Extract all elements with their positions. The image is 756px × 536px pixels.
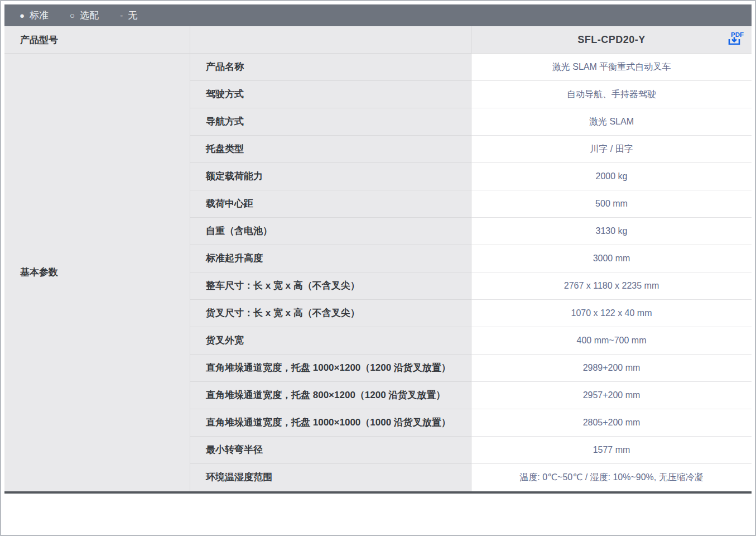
spec-value-cell: 2767 x 1180 x 2235 mm bbox=[471, 272, 752, 300]
model-header-cell: SFL-CPD20-Y PDF bbox=[471, 26, 752, 54]
group-label-basic-parameters: 基本参数 bbox=[4, 54, 190, 491]
model-name: SFL-CPD20-Y bbox=[577, 34, 646, 46]
spec-param-label: 整车尺寸：长 x 宽 x 高（不含叉尖） bbox=[206, 279, 360, 293]
legend-label-none: 无 bbox=[128, 9, 137, 22]
spec-value-cell: 2989+200 mm bbox=[471, 355, 752, 382]
spec-value: 2000 kg bbox=[596, 169, 628, 184]
spec-param-label: 额定载荷能力 bbox=[206, 169, 263, 184]
spec-value-cell: 激光 SLAM bbox=[471, 108, 752, 136]
spec-param-cell: 标准起升高度 bbox=[190, 245, 471, 272]
spec-param-cell: 货叉尺寸：长 x 宽 x 高（不含叉尖） bbox=[190, 300, 471, 327]
legend-bar: ● 标准 ○ 选配 - 无 bbox=[4, 4, 752, 26]
spec-value: 2805+200 mm bbox=[583, 415, 641, 430]
spec-param-label: 标准起升高度 bbox=[206, 251, 263, 266]
spec-param-cell: 驾驶方式 bbox=[190, 81, 471, 108]
spec-param-cell: 托盘类型 bbox=[190, 136, 471, 163]
spec-param-label: 最小转弯半径 bbox=[206, 443, 263, 457]
spec-page: ● 标准 ○ 选配 - 无 产品型号 SFL-CPD20-Y PDF bbox=[0, 0, 756, 536]
spec-param-cell: 导航方式 bbox=[190, 108, 471, 136]
legend-item-optional: ○ 选配 bbox=[70, 9, 99, 22]
product-model-header: 产品型号 bbox=[4, 26, 190, 54]
spec-value: 激光 SLAM bbox=[589, 114, 634, 129]
spec-param-label: 托盘类型 bbox=[206, 142, 244, 156]
pdf-download-icon: PDF bbox=[726, 31, 744, 49]
header-spacer-cell bbox=[190, 26, 471, 54]
spec-value-cell: 温度: 0℃~50℃ / 湿度: 10%~90%, 无压缩冷凝 bbox=[471, 464, 752, 491]
spec-value-cell: 激光 SLAM 平衡重式自动叉车 bbox=[471, 54, 752, 81]
spec-param-label: 环境温湿度范围 bbox=[206, 470, 272, 485]
legend-label-optional: 选配 bbox=[80, 9, 99, 22]
spec-param-cell: 载荷中心距 bbox=[190, 190, 471, 218]
spec-value: 激光 SLAM 平衡重式自动叉车 bbox=[552, 60, 671, 74]
pdf-download-button[interactable]: PDF bbox=[726, 31, 744, 48]
spec-param-label: 货叉尺寸：长 x 宽 x 高（不含叉尖） bbox=[206, 306, 360, 320]
spec-table: 产品型号 SFL-CPD20-Y PDF 基本参数 产品名称 激光 SLAM 平… bbox=[4, 26, 752, 491]
svg-text:PDF: PDF bbox=[731, 31, 744, 38]
spec-param-cell: 货叉外宽 bbox=[190, 327, 471, 355]
legend-item-standard: ● 标准 bbox=[20, 9, 49, 22]
spec-value: 1577 mm bbox=[593, 443, 630, 457]
spec-value-cell: 2805+200 mm bbox=[471, 409, 752, 437]
spec-param-label: 货叉外宽 bbox=[206, 333, 244, 348]
spec-param-cell: 直角堆垛通道宽度，托盘 800×1200（1200 沿货叉放置） bbox=[190, 382, 471, 409]
spec-value-cell: 500 mm bbox=[471, 190, 752, 218]
spec-value-cell: 400 mm~700 mm bbox=[471, 327, 752, 355]
spec-value-cell: 川字 / 田字 bbox=[471, 136, 752, 163]
dash-icon: - bbox=[120, 11, 123, 20]
filled-dot-icon: ● bbox=[20, 11, 25, 20]
spec-value: 2989+200 mm bbox=[583, 361, 641, 375]
spec-param-label: 直角堆垛通道宽度，托盘 1000×1200（1200 沿货叉放置） bbox=[206, 361, 451, 375]
spec-value: 川字 / 田字 bbox=[590, 142, 633, 156]
spec-param-cell: 整车尺寸：长 x 宽 x 高（不含叉尖） bbox=[190, 272, 471, 300]
spec-value: 2767 x 1180 x 2235 mm bbox=[564, 279, 659, 293]
table-bottom-edge bbox=[4, 491, 752, 494]
spec-param-label: 自重（含电池） bbox=[206, 224, 272, 238]
spec-value: 温度: 0℃~50℃ / 湿度: 10%~90%, 无压缩冷凝 bbox=[519, 470, 703, 485]
spec-param-cell: 产品名称 bbox=[190, 54, 471, 81]
spec-param-cell: 环境温湿度范围 bbox=[190, 464, 471, 491]
spec-value-cell: 1577 mm bbox=[471, 437, 752, 464]
spec-param-cell: 直角堆垛通道宽度，托盘 1000×1000（1000 沿货叉放置） bbox=[190, 409, 471, 437]
spec-param-label: 载荷中心距 bbox=[206, 197, 253, 211]
spec-value-cell: 2000 kg bbox=[471, 163, 752, 190]
spec-param-cell: 直角堆垛通道宽度，托盘 1000×1200（1200 沿货叉放置） bbox=[190, 355, 471, 382]
legend-item-none: - 无 bbox=[120, 9, 137, 22]
spec-value: 自动导航、手持器驾驶 bbox=[567, 87, 656, 102]
spec-value-cell: 1070 x 122 x 40 mm bbox=[471, 300, 752, 327]
spec-param-label: 产品名称 bbox=[206, 60, 244, 74]
spec-value: 500 mm bbox=[595, 197, 628, 211]
spec-value-cell: 3130 kg bbox=[471, 218, 752, 245]
spec-param-cell: 最小转弯半径 bbox=[190, 437, 471, 464]
spec-param-cell: 额定载荷能力 bbox=[190, 163, 471, 190]
spec-value-cell: 3000 mm bbox=[471, 245, 752, 272]
spec-value: 3130 kg bbox=[596, 224, 628, 238]
spec-param-label: 驾驶方式 bbox=[206, 87, 244, 102]
hollow-dot-icon: ○ bbox=[70, 11, 75, 20]
spec-value: 3000 mm bbox=[593, 251, 630, 266]
spec-value: 1070 x 122 x 40 mm bbox=[571, 306, 652, 320]
spec-param-label: 直角堆垛通道宽度，托盘 1000×1000（1000 沿货叉放置） bbox=[206, 415, 451, 430]
spec-value-cell: 自动导航、手持器驾驶 bbox=[471, 81, 752, 108]
spec-param-label: 导航方式 bbox=[206, 114, 244, 129]
legend-label-standard: 标准 bbox=[30, 9, 49, 22]
spec-value: 400 mm~700 mm bbox=[577, 333, 647, 348]
spec-param-label: 直角堆垛通道宽度，托盘 800×1200（1200 沿货叉放置） bbox=[206, 388, 445, 403]
spec-value: 2957+200 mm bbox=[583, 388, 641, 403]
spec-value-cell: 2957+200 mm bbox=[471, 382, 752, 409]
spec-param-cell: 自重（含电池） bbox=[190, 218, 471, 245]
